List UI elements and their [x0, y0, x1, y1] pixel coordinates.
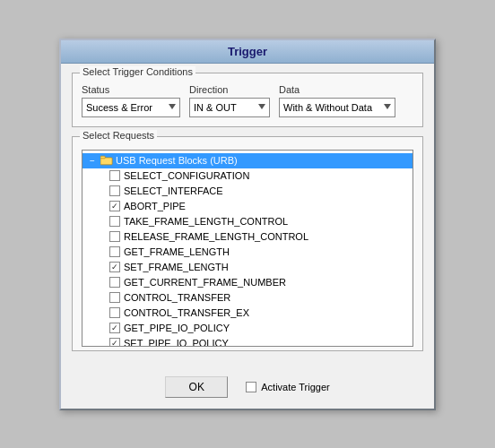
tree-item-checkbox[interactable] — [109, 246, 120, 257]
tree-item[interactable]: RELEASE_FRAME_LENGTH_CONTROL — [82, 229, 412, 245]
data-field-group: Data With & Without Data With Data witho… — [279, 84, 395, 117]
tree-item-checkbox[interactable] — [109, 277, 120, 288]
tree-item-label: SET_PIPE_IO_POLICY — [124, 338, 229, 347]
tree-container[interactable]: − USB Request Blocks (URB) SELECT_CONFIG… — [82, 150, 413, 347]
tree-root-item[interactable]: − USB Request Blocks (URB) — [82, 153, 412, 168]
tree-item-label: CONTROL_TRANSFER_EX — [124, 307, 249, 318]
status-label: Status — [82, 84, 180, 95]
tree-item[interactable]: CONTROL_TRANSFER_EX — [82, 306, 412, 321]
tree-item-checkbox[interactable] — [109, 170, 120, 181]
svg-rect-1 — [100, 156, 105, 159]
tree-item[interactable]: ✓SET_FRAME_LENGTH — [82, 260, 412, 275]
tree-item-checkbox[interactable] — [109, 216, 120, 227]
trigger-conditions-row: Status Sucess & Error Success Only Error… — [82, 84, 413, 117]
tree-item-checkbox[interactable] — [109, 231, 120, 242]
tree-item[interactable]: SELECT_CONFIGURATION — [82, 168, 412, 184]
select-requests-label: Select Requests — [80, 130, 157, 141]
tree-item-checkbox[interactable]: ✓ — [109, 201, 120, 211]
data-select[interactable]: With & Without Data With Data without Da… — [279, 98, 395, 117]
direction-select[interactable]: IN & OUT IN Only OUT Only — [189, 98, 270, 117]
tree-item-checkbox[interactable] — [109, 292, 120, 303]
tree-children: SELECT_CONFIGURATIONSELECT_INTERFACE✓ABO… — [82, 168, 412, 347]
dialog-footer: OK Activate Trigger — [61, 369, 434, 409]
tree-item-label: SET_FRAME_LENGTH — [124, 262, 229, 272]
tree-item-checkbox[interactable] — [109, 185, 120, 196]
tree-item-checkbox[interactable] — [109, 307, 120, 318]
root-icons — [100, 155, 113, 166]
tree-item-label: ABORT_PIPE — [124, 201, 186, 211]
tree-item-label: RELEASE_FRAME_LENGTH_CONTROL — [124, 231, 308, 242]
ok-button[interactable]: OK — [165, 376, 228, 398]
dialog-title: Trigger — [61, 40, 434, 64]
data-label: Data — [279, 84, 395, 95]
tree-item-label: TAKE_FRAME_LENGTH_CONTROL — [124, 216, 288, 227]
trigger-conditions-label: Select Trigger Conditions — [80, 66, 195, 77]
tree-item[interactable]: SELECT_INTERFACE — [82, 184, 412, 199]
tree-item-label: GET_FRAME_LENGTH — [124, 246, 230, 257]
direction-label: Direction — [189, 84, 270, 95]
tree-item-label: SELECT_CONFIGURATION — [124, 170, 249, 181]
tree-item-checkbox[interactable]: ✓ — [109, 323, 120, 333]
tree-item-label: CONTROL_TRANSFER — [124, 292, 230, 303]
tree-root-label: USB Request Blocks (URB) — [116, 155, 238, 166]
trigger-dialog: Trigger Select Trigger Conditions Status… — [59, 39, 436, 410]
trigger-conditions-section: Select Trigger Conditions Status Sucess … — [72, 73, 423, 127]
tree-item[interactable]: GET_CURRENT_FRAME_NUMBER — [82, 275, 412, 290]
direction-field-group: Direction IN & OUT IN Only OUT Only — [189, 84, 270, 117]
tree-item-label: GET_CURRENT_FRAME_NUMBER — [124, 277, 286, 288]
tree-item-checkbox[interactable]: ✓ — [109, 262, 120, 272]
activate-trigger-label: Activate Trigger — [261, 382, 329, 392]
tree-root: − USB Request Blocks (URB) SELECT_CONFIG… — [82, 152, 412, 347]
tree-item-label: GET_PIPE_IO_POLICY — [124, 323, 230, 333]
activate-trigger-group: Activate Trigger — [246, 382, 329, 392]
folder-icon — [100, 155, 113, 166]
tree-item-label: SELECT_INTERFACE — [124, 185, 223, 196]
select-requests-section: Select Requests − USB Request Blocks (UR… — [72, 136, 423, 351]
status-select[interactable]: Sucess & Error Success Only Error Only — [82, 98, 180, 117]
activate-trigger-checkbox[interactable] — [246, 382, 256, 392]
tree-item-checkbox[interactable]: ✓ — [109, 338, 120, 347]
tree-item[interactable]: TAKE_FRAME_LENGTH_CONTROL — [82, 214, 412, 229]
dialog-body: Select Trigger Conditions Status Sucess … — [61, 64, 434, 369]
tree-item[interactable]: ✓ABORT_PIPE — [82, 199, 412, 214]
tree-item[interactable]: GET_FRAME_LENGTH — [82, 245, 412, 260]
tree-item[interactable]: ✓GET_PIPE_IO_POLICY — [82, 321, 412, 336]
tree-item[interactable]: CONTROL_TRANSFER — [82, 290, 412, 306]
tree-item[interactable]: ✓SET_PIPE_IO_POLICY — [82, 336, 412, 347]
status-field-group: Status Sucess & Error Success Only Error… — [82, 84, 180, 117]
collapse-icon[interactable]: − — [86, 154, 99, 167]
